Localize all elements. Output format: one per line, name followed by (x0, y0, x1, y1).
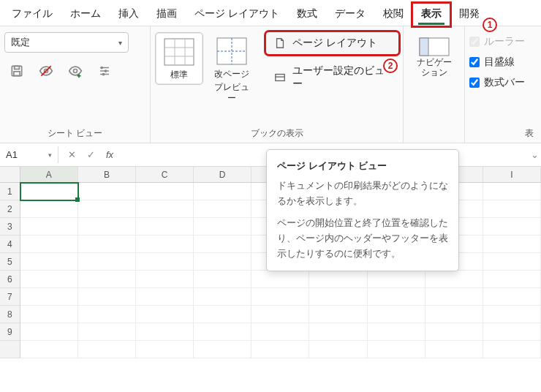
cell[interactable] (483, 253, 541, 271)
cell[interactable] (483, 218, 541, 235)
cell[interactable] (78, 183, 136, 200)
cell[interactable] (136, 253, 194, 271)
tab-page-layout[interactable]: ページ レイアウト (186, 3, 288, 26)
save-icon[interactable] (9, 63, 25, 79)
gridlines-checkbox-input[interactable] (469, 57, 480, 67)
sheet-view-dropdown[interactable]: 既定 ▾ (4, 32, 129, 53)
tab-formulas[interactable]: 数式 (288, 3, 326, 26)
cell[interactable] (136, 235, 194, 253)
tab-file[interactable]: ファイル (3, 3, 61, 26)
cell[interactable] (368, 341, 425, 358)
cell[interactable] (483, 271, 541, 288)
custom-views-button[interactable]: ユーザー設定のビュー (266, 60, 398, 95)
cell[interactable] (194, 235, 251, 253)
cell[interactable] (194, 253, 251, 271)
cell[interactable] (368, 323, 425, 341)
cell[interactable] (425, 288, 483, 306)
cell[interactable] (368, 306, 425, 323)
tab-draw[interactable]: 描画 (148, 3, 186, 26)
col-header[interactable]: D (194, 167, 251, 182)
page-layout-view-button[interactable]: ページ レイアウト (266, 32, 398, 54)
cell[interactable] (78, 323, 136, 341)
cell[interactable] (194, 306, 251, 323)
cell[interactable] (251, 288, 309, 306)
cell[interactable] (309, 341, 367, 358)
cell[interactable] (309, 271, 367, 288)
cell[interactable] (483, 183, 541, 200)
navigation-button[interactable]: ナビゲー ション (411, 32, 458, 83)
cell[interactable] (20, 271, 78, 288)
cell[interactable] (425, 341, 483, 358)
cell[interactable] (78, 288, 136, 306)
cell[interactable] (78, 306, 136, 323)
cell[interactable] (136, 341, 194, 358)
cell[interactable] (483, 288, 541, 306)
cell[interactable] (483, 341, 541, 358)
eye-off-icon[interactable] (38, 63, 54, 79)
normal-view-button[interactable]: 標準 (155, 32, 203, 85)
cell[interactable] (251, 271, 309, 288)
cell[interactable] (194, 218, 251, 235)
tab-home[interactable]: ホーム (61, 3, 110, 26)
expand-formula-bar-icon[interactable]: ⌄ (528, 149, 541, 160)
cell[interactable] (136, 200, 194, 218)
cell[interactable] (368, 288, 425, 306)
cell[interactable] (20, 235, 78, 253)
page-break-preview-button[interactable]: 改ページ プレビュー (203, 32, 260, 108)
cell[interactable] (425, 271, 483, 288)
gridlines-checkbox[interactable]: 目盛線 (469, 56, 525, 69)
row-header[interactable]: 5 (0, 253, 20, 271)
cell[interactable] (20, 341, 78, 358)
tab-data[interactable]: データ (326, 3, 374, 26)
cancel-formula-icon[interactable]: ✕ (64, 149, 79, 160)
cell[interactable] (483, 306, 541, 323)
cell[interactable] (20, 200, 78, 218)
cell[interactable] (78, 271, 136, 288)
cell[interactable] (78, 341, 136, 358)
cell[interactable] (251, 306, 309, 323)
cell[interactable] (194, 271, 251, 288)
cell[interactable] (136, 288, 194, 306)
cell[interactable] (483, 235, 541, 253)
row-header[interactable] (0, 341, 20, 358)
row-header[interactable]: 8 (0, 306, 20, 323)
select-all-corner[interactable] (0, 167, 20, 182)
cell[interactable] (194, 183, 251, 200)
cell[interactable] (136, 218, 194, 235)
row-header[interactable]: 6 (0, 271, 20, 288)
cell[interactable] (20, 183, 78, 200)
row-header[interactable]: 1 (0, 183, 20, 200)
cell[interactable] (194, 323, 251, 341)
cell[interactable] (194, 288, 251, 306)
enter-formula-icon[interactable]: ✓ (83, 149, 98, 160)
cell[interactable] (78, 235, 136, 253)
cell[interactable] (136, 271, 194, 288)
cell[interactable] (309, 306, 367, 323)
cell[interactable] (194, 200, 251, 218)
cell[interactable] (20, 253, 78, 271)
cell[interactable] (20, 218, 78, 235)
tab-review[interactable]: 校閲 (374, 3, 412, 26)
cell[interactable] (136, 323, 194, 341)
cell[interactable] (78, 200, 136, 218)
row-header[interactable]: 7 (0, 288, 20, 306)
col-header[interactable]: I (483, 167, 541, 182)
options-icon[interactable] (97, 63, 113, 79)
cell[interactable] (425, 323, 483, 341)
eye-add-icon[interactable] (67, 63, 83, 79)
cell[interactable] (78, 218, 136, 235)
cell[interactable] (309, 323, 367, 341)
formula-bar-checkbox[interactable]: 数式バー (469, 76, 525, 89)
cell[interactable] (136, 183, 194, 200)
fx-icon[interactable]: fx (102, 149, 117, 160)
cell[interactable] (20, 323, 78, 341)
col-header[interactable]: B (78, 167, 136, 182)
row-header[interactable]: 3 (0, 218, 20, 235)
cell[interactable] (136, 306, 194, 323)
cell[interactable] (251, 341, 309, 358)
cell[interactable] (483, 200, 541, 218)
cell[interactable] (309, 288, 367, 306)
tab-view[interactable]: 表示 (412, 3, 450, 26)
cell[interactable] (483, 323, 541, 341)
name-box[interactable]: A1 ▾ (0, 146, 58, 163)
